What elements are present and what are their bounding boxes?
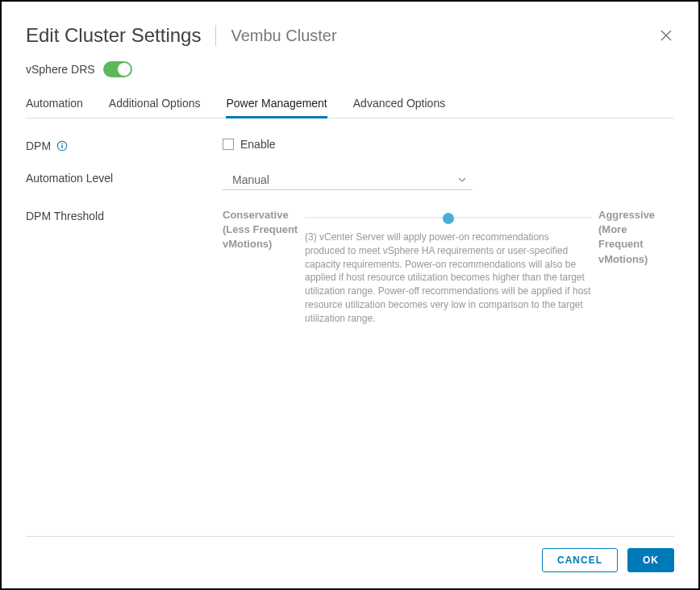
threshold-left-label: Conservative (Less Frequent vMotions) <box>223 208 298 326</box>
dialog-header: Edit Cluster Settings Vembu Cluster <box>26 24 674 47</box>
dialog-title: Edit Cluster Settings <box>26 24 201 47</box>
dpm-row: DPM Enable <box>26 138 674 152</box>
dialog-edit-cluster-settings: Edit Cluster Settings Vembu Cluster vSph… <box>2 2 698 588</box>
automation-level-label: Automation Level <box>26 172 113 185</box>
dpm-label-group: DPM <box>26 138 223 152</box>
dialog-subtitle: Vembu Cluster <box>231 27 336 45</box>
threshold-right-label: Aggressive (More Frequent vMotions) <box>598 208 674 326</box>
threshold-description: (3) vCenter Server will apply power-on r… <box>305 231 592 326</box>
chevron-down-icon <box>458 176 466 184</box>
dpm-threshold-row: DPM Threshold Conservative (Less Frequen… <box>26 208 674 326</box>
dpm-enable-checkbox[interactable] <box>223 139 234 150</box>
threshold-slider[interactable] <box>305 211 592 224</box>
info-icon[interactable] <box>56 139 69 152</box>
automation-level-value: Manual <box>232 173 269 186</box>
vsphere-drs-row: vSphere DRS <box>26 61 674 77</box>
close-icon <box>660 30 672 41</box>
automation-level-row: Automation Level Manual <box>26 170 674 190</box>
close-button[interactable] <box>658 27 674 44</box>
tab-power-management[interactable]: Power Management <box>226 90 327 118</box>
vsphere-drs-toggle[interactable] <box>103 61 132 77</box>
svg-point-3 <box>61 143 63 145</box>
dpm-enable-group: Enable <box>223 138 674 151</box>
tab-additional-options[interactable]: Additional Options <box>109 90 201 118</box>
automation-level-select[interactable]: Manual <box>223 170 473 190</box>
title-divider <box>215 25 216 46</box>
vsphere-drs-label: vSphere DRS <box>26 63 95 76</box>
slider-thumb[interactable] <box>443 213 454 224</box>
dpm-label: DPM <box>26 139 51 152</box>
dpm-enable-label: Enable <box>240 138 276 151</box>
ok-button[interactable]: OK <box>627 548 674 572</box>
tabs: Automation Additional Options Power Mana… <box>26 90 674 118</box>
cancel-button[interactable]: CANCEL <box>542 548 618 572</box>
dpm-threshold-label: DPM Threshold <box>26 210 104 222</box>
svg-rect-4 <box>61 145 62 148</box>
tab-automation[interactable]: Automation <box>26 90 83 118</box>
tab-advanced-options[interactable]: Advanced Options <box>353 90 445 118</box>
dialog-footer: CANCEL OK <box>26 536 674 572</box>
